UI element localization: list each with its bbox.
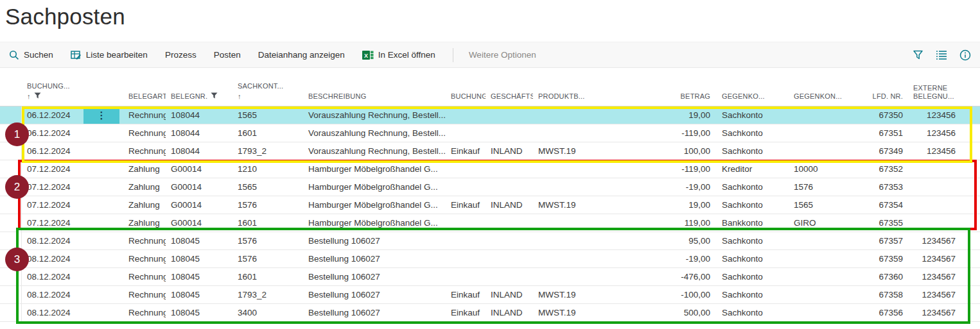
row-selector-cell[interactable]	[0, 106, 22, 124]
open-in-excel-button[interactable]: X In Excel öffnen	[362, 50, 435, 60]
table-row[interactable]: 06.12.2024 ⋮ Rechnung 108044 1565 Voraus…	[0, 106, 980, 124]
cell-externe-belegnr: 123456	[908, 142, 980, 160]
column-header-gegenkon[interactable]: GEGENKON...	[789, 68, 872, 106]
row-selector-cell[interactable]	[0, 250, 22, 267]
cell-buchungsdatum: 08.12.2024	[22, 304, 83, 321]
table-row[interactable]: 08.12.2024 ⋮ Rechnung 108045 3400 Bestel…	[0, 304, 980, 322]
cell-sachkonto[interactable]: 1601	[232, 214, 303, 232]
table-row[interactable]: 07.12.2024 ⋮ Zahlung G00014 1565 Hamburg…	[0, 178, 980, 196]
cell-externe-belegnr: 1234567	[908, 304, 980, 321]
cell-buchungsart	[446, 214, 486, 232]
process-menu-button[interactable]: Prozess	[165, 50, 197, 60]
cell-sachkonto[interactable]: 3400	[232, 304, 303, 321]
cell-buchungsdatum: 08.12.2024	[22, 232, 83, 249]
sort-ascending-icon: ↑	[238, 92, 241, 101]
row-selector-cell[interactable]	[0, 232, 22, 249]
column-header-externe-belegnr[interactable]: EXTERNE BELEGNU...	[908, 68, 980, 106]
cell-externe-belegnr	[908, 178, 980, 196]
cell-buchungsdatum: 06.12.2024	[22, 142, 83, 160]
column-header-belegart[interactable]: BELEGART	[123, 68, 166, 106]
posten-menu-button[interactable]: Posten	[214, 50, 241, 60]
filter-icon[interactable]	[913, 49, 923, 60]
row-menu-button[interactable]: ⋮	[83, 106, 119, 124]
column-header-produktb[interactable]: PRODUKTB...	[533, 68, 595, 106]
cell-row-menu: ⋮	[83, 268, 123, 285]
table-row[interactable]: 08.12.2024 ⋮ Rechnung 108045 1576 Bestel…	[0, 250, 980, 268]
cell-lfdnr: 67359	[872, 250, 908, 267]
column-header-buchungsdatum[interactable]: BUCHUNG... ↑	[22, 68, 83, 106]
table-row[interactable]: 07.12.2024 ⋮ Zahlung G00014 1576 Hamburg…	[0, 196, 980, 214]
cell-buchungsdatum: 08.12.2024	[22, 268, 83, 285]
cell-sachkonto[interactable]: 1576	[232, 196, 303, 214]
table-row[interactable]: 07.12.2024 ⋮ Zahlung G00014 1601 Hamburg…	[0, 214, 980, 232]
cell-belegnr: 108045	[166, 304, 232, 321]
posten-label: Posten	[214, 50, 241, 60]
table-row[interactable]: 08.12.2024 ⋮ Rechnung 108045 1576 Bestel…	[0, 232, 980, 250]
table-row[interactable]: 07.12.2024 ⋮ Zahlung G00014 1210 Hamburg…	[0, 160, 980, 178]
cell-belegnr: 108044	[166, 142, 232, 160]
cell-row-menu: ⋮	[83, 142, 123, 160]
cell-gegenkontoart: Sachkonto	[717, 142, 789, 160]
row-selector-cell[interactable]	[0, 304, 22, 321]
column-header-buchung2[interactable]: BUCHUNG...	[446, 68, 486, 106]
row-selector-cell[interactable]	[0, 214, 22, 232]
cell-lfdnr: 67355	[872, 214, 908, 232]
cell-sachkonto[interactable]: 1565	[232, 106, 303, 124]
row-selector-cell[interactable]	[0, 178, 22, 196]
cell-sachkonto[interactable]: 1576	[232, 232, 303, 249]
cell-belegart: Rechnung	[123, 250, 166, 267]
show-attachment-button[interactable]: Dateianhang anzeigen	[258, 50, 345, 60]
cell-gegenkontonr	[789, 250, 872, 267]
column-filter-icon	[34, 92, 41, 101]
table-row[interactable]: 08.12.2024 ⋮ Rechnung 108045 1601 Bestel…	[0, 268, 980, 286]
row-selector-cell[interactable]	[0, 160, 22, 178]
column-header-gegenko[interactable]: GEGENKO...	[717, 68, 789, 106]
row-selector-cell[interactable]	[0, 268, 22, 285]
column-label: GESCHÄFTS...	[491, 92, 533, 101]
cell-belegnr: 108045	[166, 232, 232, 249]
cell-betrag: 100,00	[595, 142, 717, 160]
cell-belegart: Zahlung	[123, 214, 166, 232]
column-header-betrag[interactable]: BETRAG	[595, 68, 717, 106]
column-header-beschreibung[interactable]: BESCHREIBUNG	[303, 68, 446, 106]
cell-geschaeftsbuchungsgruppe: INLAND	[486, 196, 533, 214]
cell-geschaeftsbuchungsgruppe	[486, 268, 533, 285]
edit-list-button[interactable]: Liste bearbeiten	[71, 50, 148, 60]
table-row[interactable]: 08.12.2024 ⋮ Rechnung 108045 1793_2 Best…	[0, 286, 980, 304]
cell-gegenkontoart: Sachkonto	[717, 250, 789, 267]
cell-belegart: Rechnung	[123, 232, 166, 249]
column-label: LFD. NR.	[873, 92, 903, 101]
cell-sachkonto[interactable]: 1601	[232, 124, 303, 142]
table-row[interactable]: 06.12.2024 ⋮ Rechnung 108044 1793_2 Vora…	[0, 142, 980, 160]
info-icon[interactable]	[959, 49, 971, 61]
cell-sachkonto[interactable]: 1565	[232, 178, 303, 196]
row-selector-cell[interactable]	[0, 142, 22, 160]
cell-sachkonto[interactable]: 1576	[232, 250, 303, 267]
column-label: SACHKONT...	[238, 82, 283, 90]
cell-betrag: 500,00	[595, 304, 717, 321]
choose-columns-icon[interactable]	[936, 50, 947, 60]
cell-sachkonto[interactable]: 1793_2	[232, 142, 303, 160]
column-header-sachkonto[interactable]: SACHKONT... ↑	[232, 68, 303, 106]
more-options-button[interactable]: Weitere Optionen	[469, 50, 536, 60]
cell-sachkonto[interactable]: 1210	[232, 160, 303, 178]
cell-row-menu: ⋮	[83, 160, 123, 178]
cell-gegenkontoart: Sachkonto	[717, 124, 789, 142]
cell-sachkonto[interactable]: 1793_2	[232, 286, 303, 303]
cell-sachkonto[interactable]: 1601	[232, 268, 303, 285]
toolbar-right-group	[913, 49, 971, 61]
row-selector-cell[interactable]	[0, 196, 22, 214]
cell-externe-belegnr	[908, 214, 980, 232]
column-header-belegnr[interactable]: BELEGNR.	[166, 68, 232, 106]
column-header-lfdnr[interactable]: LFD. NR.	[872, 68, 908, 106]
table-row[interactable]: 06.12.2024 ⋮ Rechnung 108044 1601 Voraus…	[0, 124, 980, 142]
column-header-geschaefts[interactable]: GESCHÄFTS...	[486, 68, 533, 106]
cell-betrag: 119,00	[595, 214, 717, 232]
search-button[interactable]: Suchen	[9, 50, 53, 60]
cell-belegnr: 108044	[166, 124, 232, 142]
row-selector-cell[interactable]	[0, 124, 22, 142]
cell-gegenkontonr: 10000	[789, 160, 872, 178]
cell-externe-belegnr: 1234567	[908, 286, 980, 303]
cell-belegnr: G00014	[166, 196, 232, 214]
row-selector-cell[interactable]	[0, 286, 22, 303]
